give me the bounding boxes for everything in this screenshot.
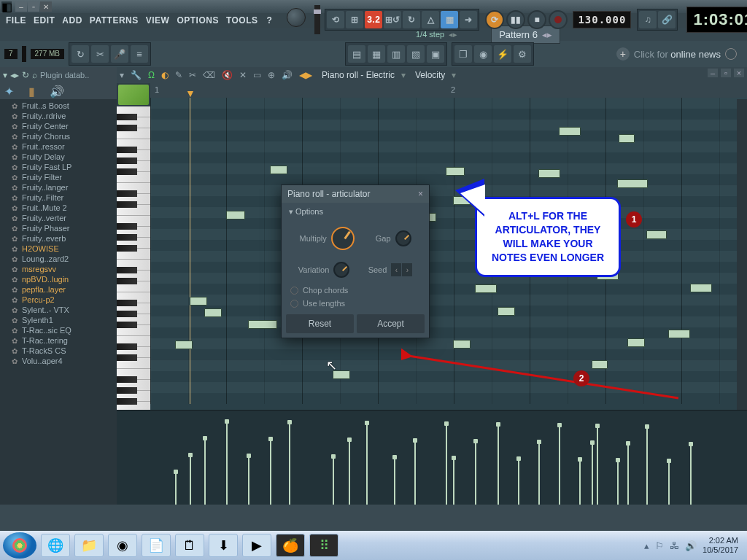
velocity-bar[interactable] <box>453 458 454 505</box>
accept-button[interactable]: Accept <box>357 314 425 333</box>
reload-icon[interactable]: ↻ <box>22 70 29 80</box>
browser-item[interactable]: ✿msregsvv <box>0 264 117 274</box>
midi-note[interactable] <box>446 167 465 176</box>
render-button[interactable]: ≡ <box>131 45 148 63</box>
midi-button[interactable]: ♫ <box>639 11 657 28</box>
chop-chords-checkbox[interactable]: Chop chords <box>282 284 429 297</box>
midi-note[interactable] <box>668 330 690 338</box>
step-mode-button[interactable]: ▦ <box>441 11 458 28</box>
velocity-bar[interactable] <box>204 438 206 505</box>
browser-item[interactable]: ✿Fruity Phaser <box>0 223 117 233</box>
overdub-button[interactable]: ⊞↺ <box>384 11 401 28</box>
master-pitch-slider[interactable] <box>314 5 320 34</box>
pr-zoom-icon[interactable]: ⊕ <box>268 70 275 80</box>
waveform-icon[interactable] <box>118 85 149 105</box>
tray-vol-icon[interactable]: 🔊 <box>685 540 697 551</box>
taskbar-chrome[interactable]: ◉ <box>108 534 137 557</box>
midi-note[interactable] <box>226 211 245 219</box>
velocity-bar[interactable] <box>270 439 271 505</box>
browser-item[interactable]: ✿T-Rac..tering <box>0 335 117 346</box>
velocity-bar[interactable] <box>592 443 593 505</box>
velocity-bar[interactable] <box>190 455 191 505</box>
seed-prev[interactable]: ‹ <box>391 263 401 276</box>
dialog-section-header[interactable]: ▾ Options <box>282 203 429 221</box>
velocity-bar[interactable] <box>646 427 648 505</box>
browser-item[interactable]: ✿Fruity Filter <box>0 172 117 182</box>
browser-item[interactable]: ✿T-RackS CS <box>0 346 117 356</box>
velocity-bar[interactable] <box>175 472 177 505</box>
pr-tool-mute-icon[interactable]: 🔇 <box>222 70 233 80</box>
stepsequencer-button[interactable]: ▦ <box>368 45 385 63</box>
browser-item[interactable]: ✿T-Rac..sic EQ <box>0 325 117 335</box>
taskbar-explorer[interactable]: 📁 <box>74 534 104 557</box>
search-icon[interactable]: ⌕ <box>32 70 37 80</box>
midi-note[interactable] <box>592 360 608 369</box>
browser-item[interactable]: ✿Fruity Center <box>0 121 117 131</box>
menu-file[interactable]: FILE <box>6 15 26 26</box>
minimize-button[interactable]: – <box>15 1 27 12</box>
velocity-bar[interactable] <box>627 443 629 505</box>
clock[interactable]: 2:02 AM 10/5/2017 <box>703 536 738 555</box>
play-pause-toggle[interactable]: ⟳ <box>485 10 504 29</box>
page-icon[interactable]: ▮ <box>28 85 35 98</box>
velocity-bar[interactable] <box>349 440 350 505</box>
pr-tool-paint-icon[interactable]: ◐ <box>161 70 169 80</box>
browser-list[interactable]: ✿Fruit..s Boost✿Fruity..rdrive✿Fruity Ce… <box>0 99 117 505</box>
panel-max[interactable]: ▫ <box>721 69 731 77</box>
velocity-bar[interactable] <box>668 461 670 505</box>
browser-item[interactable]: ✿Percu-p2 <box>0 295 117 305</box>
velocity-bar[interactable] <box>498 424 499 505</box>
browser-item[interactable]: ✿pepfla..layer <box>0 284 117 295</box>
midi-note[interactable] <box>453 340 471 349</box>
pianoroll-button[interactable]: ▥ <box>387 45 405 63</box>
news-button[interactable]: + Click for online news <box>611 44 743 63</box>
taskbar-pdf[interactable]: 📄 <box>142 534 171 557</box>
link-button[interactable]: 🔗 <box>658 11 676 28</box>
pr-tool-slice-icon[interactable]: ✕ <box>239 70 247 80</box>
midi-note[interactable] <box>559 127 581 136</box>
browser-item[interactable]: ✿Loung..zard2 <box>0 254 117 264</box>
play-button[interactable]: ▮▮ <box>506 10 525 29</box>
pr-control-dropdown-icon[interactable]: ▾ <box>452 70 456 80</box>
tray-net-icon[interactable]: 🖧 <box>670 540 679 551</box>
velocity-bar[interactable] <box>333 456 334 505</box>
pr-title-dropdown-icon[interactable]: ▾ <box>401 70 406 80</box>
taskbar-notes[interactable]: 🗒 <box>175 534 204 557</box>
record-button[interactable] <box>549 10 568 29</box>
midi-note[interactable] <box>617 179 648 188</box>
velocity-bar[interactable] <box>475 441 476 505</box>
midi-note[interactable] <box>538 169 560 178</box>
add-item-icon[interactable]: ✦ <box>4 85 14 98</box>
pr-play-icon[interactable]: 🔊 <box>282 70 293 80</box>
velocity-lane[interactable] <box>117 410 747 505</box>
browser-item[interactable]: ✿Fruit..ressor <box>0 141 117 152</box>
pr-tool-select-icon[interactable]: ▭ <box>253 70 261 80</box>
midi-note[interactable] <box>175 341 193 349</box>
time-display[interactable]: 1:03:01 B:S:T <box>686 7 747 33</box>
panel-min[interactable]: – <box>708 69 718 77</box>
browser-item[interactable]: ✿Fruity..rdrive <box>0 111 117 121</box>
countdown-button[interactable]: 3.2 <box>365 11 382 28</box>
midi-note[interactable] <box>619 134 635 143</box>
browser-item[interactable]: ✿Sylenth1 <box>0 315 117 325</box>
midi-note[interactable] <box>646 230 667 239</box>
tray-up-icon[interactable]: ▴ <box>644 540 649 551</box>
velocity-bar[interactable] <box>597 426 598 505</box>
browser-item[interactable]: ✿Fruity..verter <box>0 213 117 223</box>
seed-next[interactable]: › <box>402 263 412 276</box>
velocity-bar[interactable] <box>538 442 540 505</box>
menu-edit[interactable]: EDIT <box>34 15 55 26</box>
back-icon[interactable]: ◂▸ <box>10 70 19 80</box>
pr-tool-wrench-icon[interactable]: 🔧 <box>131 70 142 80</box>
collapse-icon[interactable]: ▾ <box>3 70 7 80</box>
pr-tool-erase-icon[interactable]: ✂ <box>189 70 196 80</box>
seed-stepper[interactable]: ‹ › <box>391 263 412 276</box>
wait-input-button[interactable]: ➜ <box>460 11 477 28</box>
midi-note[interactable] <box>248 320 277 329</box>
maximize-button[interactable]: ▫ <box>28 1 39 12</box>
mic-button[interactable]: 🎤 <box>111 45 128 63</box>
browser-item[interactable]: ✿Sylent..- VTX <box>0 305 117 315</box>
velocity-bar[interactable] <box>414 440 416 505</box>
pianoroll-title[interactable]: Piano roll - Electric <box>322 70 395 80</box>
reset-button[interactable]: Reset <box>286 314 354 333</box>
